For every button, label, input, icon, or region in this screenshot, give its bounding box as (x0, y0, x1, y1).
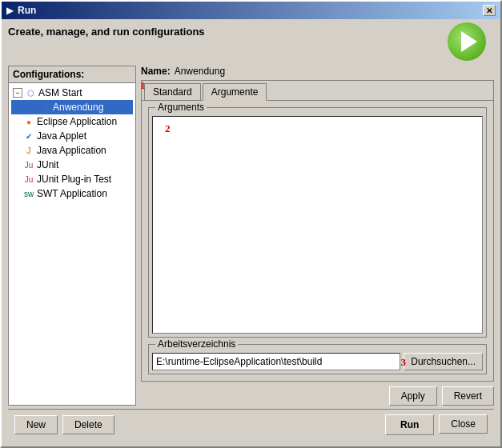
run-icon-large[interactable] (448, 22, 486, 61)
tree-item-java-app[interactable]: J Java Application (11, 143, 133, 158)
title-icon: ▶ (6, 5, 14, 16)
main-area: Configurations: − ⬡ ASM Start ⬡ Anwendun… (8, 66, 494, 406)
eclipse-icon: ● (22, 115, 35, 128)
footer: New Delete Run Close (8, 409, 494, 440)
tab-content: Arguments 2 Arbeitsverzeichnis 3 Durchsu… (142, 101, 493, 381)
applet-icon: ✔ (22, 130, 35, 142)
tree-area: − ⬡ ASM Start ⬡ Anwendung ● (9, 83, 135, 405)
right-bottom-buttons: Apply Revert (141, 386, 494, 406)
workdir-group: Arbeitsverzeichnis 3 Durchsuchen... (148, 344, 487, 374)
title-bar-title: Run (18, 5, 36, 16)
new-button[interactable]: New (14, 415, 58, 434)
tree-item-asm-start[interactable]: − ⬡ ASM Start (11, 86, 133, 100)
anwendung-icon: ⬡ (38, 101, 51, 114)
revert-button[interactable]: Revert (442, 386, 494, 406)
tree-label-java-applet: Java Applet (37, 130, 86, 142)
tab-standard-label: Standard (153, 86, 192, 98)
close-button[interactable]: Close (439, 414, 488, 434)
java-icon: J (22, 144, 35, 157)
swt-icon: sw (22, 187, 35, 200)
tabs-container: 1 Standard Argumente Arguments 2 (141, 80, 494, 382)
tree-label-anwendung: Anwendung (53, 102, 103, 113)
right-panel: Name: Anwendung 1 Standard Argumente (141, 66, 494, 406)
tree-item-java-applet[interactable]: ✔ Java Applet (11, 129, 133, 143)
badge-1: 1 (140, 79, 146, 92)
title-bar: ▶ Run ✕ (2, 2, 500, 19)
tabs-header: 1 Standard Argumente (142, 81, 493, 101)
footer-left: New Delete (14, 415, 114, 434)
tree-label-java-app: Java Application (37, 145, 106, 156)
asm-icon: ⬡ (24, 86, 37, 99)
apply-button[interactable]: Apply (389, 386, 437, 406)
browse-button[interactable]: Durchsuchen... (404, 353, 483, 370)
junit-icon: Ju (22, 158, 35, 171)
close-window-button[interactable]: ✕ (483, 5, 496, 16)
window-content: Create, manage, and run configurations C… (2, 19, 500, 446)
tree-label-asm-start: ASM Start (38, 87, 82, 98)
name-label: Name: (141, 66, 171, 77)
run-button[interactable]: Run (385, 414, 434, 435)
tree-item-junit-plugin[interactable]: Ju JUnit Plug-in Test (11, 172, 133, 186)
title-bar-left: ▶ Run (6, 5, 36, 16)
tree-label-junit-plugin: JUnit Plug-in Test (37, 174, 111, 185)
tree-item-anwendung[interactable]: ⬡ Anwendung (11, 100, 133, 114)
junit-plugin-icon: Ju (22, 173, 35, 186)
tree-label-eclipse-app: Eclipse Application (37, 116, 117, 127)
tab-argumente-label: Argumente (211, 86, 259, 98)
name-bar: Name: Anwendung (141, 66, 494, 77)
tree-item-swt-app[interactable]: sw SWT Application (11, 186, 133, 201)
badge-2: 2 (165, 122, 171, 135)
delete-button[interactable]: Delete (62, 415, 114, 434)
tab-standard[interactable]: Standard (144, 83, 201, 100)
workdir-input[interactable] (152, 353, 400, 370)
run-dialog: ▶ Run ✕ Create, manage, and run configur… (0, 0, 502, 448)
tree-label-junit: JUnit (37, 159, 58, 170)
footer-right: Run Close (385, 414, 488, 435)
name-value: Anwendung (175, 66, 225, 77)
workdir-label: Arbeitsverzeichnis (155, 338, 238, 350)
arguments-group-label: Arguments (155, 102, 207, 113)
arguments-textarea[interactable] (152, 116, 483, 334)
tab-argumente[interactable]: Argumente (203, 83, 267, 101)
collapse-icon[interactable]: − (13, 88, 22, 98)
dialog-header: Create, manage, and run configurations (8, 26, 205, 38)
tree-item-junit[interactable]: Ju JUnit (11, 158, 133, 172)
configurations-header: Configurations: (9, 66, 135, 83)
badge-3: 3 (401, 356, 407, 369)
tree-label-swt-app: SWT Application (37, 188, 107, 199)
tree-item-eclipse-app[interactable]: ● Eclipse Application (11, 114, 133, 129)
configurations-panel: Configurations: − ⬡ ASM Start ⬡ Anwendun… (8, 66, 136, 406)
arguments-group: Arguments 2 (148, 107, 487, 338)
workdir-row: 3 Durchsuchen... (152, 353, 483, 370)
